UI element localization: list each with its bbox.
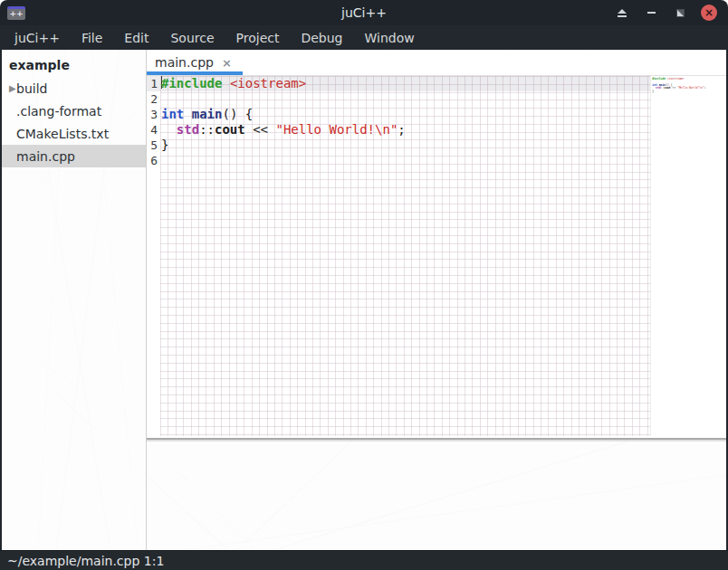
eject-icon <box>618 9 627 17</box>
token-keyword: int <box>161 107 184 122</box>
line-number: 6 <box>147 153 158 168</box>
close-icon: × <box>704 7 714 18</box>
token-plain: } <box>161 138 168 153</box>
menubar-item-window[interactable]: Window <box>357 27 423 49</box>
tree-item-main-cpp[interactable]: main.cpp <box>2 145 146 167</box>
tree-item-label: build <box>16 81 47 96</box>
content-area: example ▶build.clang-formatCMakeLists.tx… <box>0 50 728 550</box>
expander-arrow-icon[interactable]: ▶ <box>2 83 16 93</box>
token-function: main <box>192 107 223 122</box>
menubar: juCi++FileEditSourceProjectDebugWindow <box>0 25 728 50</box>
tab-close-icon[interactable]: × <box>222 56 232 70</box>
minimap-content: #include <iostream>int main() { std::cou… <box>651 76 726 96</box>
token-namespace: std <box>177 122 199 138</box>
token-plain: ; <box>398 122 405 138</box>
token-emphasis: cout <box>215 122 245 138</box>
statusbar-path: ~/example/main.cpp 1:1 <box>7 554 164 568</box>
tabbar: main.cpp× <box>147 50 726 76</box>
tab-main-cpp[interactable]: main.cpp× <box>147 50 243 75</box>
statusbar: ~/example/main.cpp 1:1 <box>0 550 728 570</box>
line-number: 5 <box>147 138 158 153</box>
project-name: example <box>2 53 146 77</box>
tab-label: main.cpp <box>155 55 214 70</box>
token-plain: ; <box>704 86 706 90</box>
restore-icon <box>676 9 685 17</box>
restore-button[interactable] <box>672 5 688 21</box>
tree-item-build[interactable]: ▶build <box>2 77 146 100</box>
token-plain: () { <box>222 107 253 122</box>
token-include-path: <iostream> <box>230 76 306 91</box>
menubar-item-project[interactable]: Project <box>228 27 288 49</box>
token-string: "Hello World!\n" <box>275 122 398 138</box>
code-line-4: 4 std::cout << "Hello World!\n"; <box>147 122 650 138</box>
token-preprocessor: #include <box>652 77 666 81</box>
window-controls: × <box>614 5 728 21</box>
app-logo-icon: ++ <box>7 6 25 20</box>
token-plain <box>161 122 177 138</box>
terminal-panel[interactable] <box>147 442 726 550</box>
token-plain: << <box>245 122 276 138</box>
tree-item-clang-format[interactable]: .clang-format <box>2 100 146 122</box>
line-number: 2 <box>147 91 158 107</box>
token-emphasis: cout <box>664 86 670 90</box>
close-button[interactable]: × <box>701 5 717 21</box>
token-plain <box>184 107 191 122</box>
code-line-3: 3int main() { <box>147 107 650 122</box>
line-number: 3 <box>147 107 158 122</box>
token-plain: :: <box>199 122 215 138</box>
minimap[interactable]: #include <iostream>int main() { std::cou… <box>650 76 726 436</box>
file-tree: ▶build.clang-formatCMakeLists.txtmain.cp… <box>2 77 146 167</box>
code-line-2: 2 <box>147 91 650 107</box>
code-line-1: 1#include <iostream> <box>147 76 650 91</box>
project-sidebar: example ▶build.clang-formatCMakeLists.tx… <box>2 50 147 550</box>
code-editor[interactable]: 1#include <iostream>23int main() {4 std:… <box>147 76 726 436</box>
code-lines: 1#include <iostream>23int main() {4 std:… <box>147 76 650 168</box>
minimize-button[interactable] <box>643 5 659 21</box>
token-preprocessor: #include <box>161 76 222 91</box>
line-number: 4 <box>147 122 158 138</box>
menubar-item-file[interactable]: File <box>73 27 110 49</box>
titlebar[interactable]: ++ juCi++ × <box>0 0 728 25</box>
token-include-path: <iostream> <box>667 77 685 81</box>
menubar-item-source[interactable]: Source <box>162 27 222 49</box>
tree-item-cmakelists-txt[interactable]: CMakeLists.txt <box>2 122 146 145</box>
code-line-6: 6 <box>147 153 650 168</box>
menubar-item-debug[interactable]: Debug <box>292 27 350 49</box>
tree-item-label: .clang-format <box>16 104 101 119</box>
code-line-5: 5} <box>147 138 650 153</box>
token-plain: } <box>652 90 654 93</box>
token-plain <box>222 76 229 91</box>
editor-column: main.cpp× 1#include <iostream>23int main… <box>147 50 726 550</box>
minimize-icon <box>647 12 656 14</box>
tree-item-label: main.cpp <box>16 149 75 164</box>
tree-item-label: CMakeLists.txt <box>16 127 109 141</box>
token-plain: << <box>671 86 677 90</box>
code-line-6 <box>652 92 726 96</box>
menubar-item-edit[interactable]: Edit <box>116 27 157 49</box>
juci-window: ++ juCi++ × juCi++FileEditSourceProjectD… <box>0 0 728 570</box>
menubar-item-juci[interactable]: juCi++ <box>6 27 68 49</box>
token-string: "Hello World!\n" <box>677 86 704 90</box>
line-number: 1 <box>147 76 158 91</box>
eject-button[interactable] <box>614 5 630 21</box>
